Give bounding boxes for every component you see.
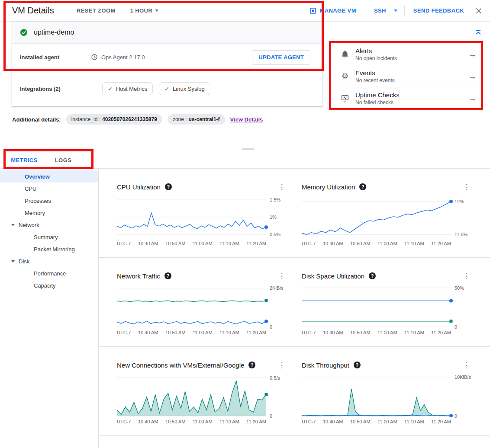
x-axis-label: 11:10 AM	[404, 241, 424, 246]
help-icon[interactable]: ?	[369, 272, 376, 279]
tab-logs[interactable]: LOGS	[44, 152, 83, 168]
x-axis-label: 10:40 AM	[138, 330, 158, 335]
sidebar-item-label: Processes	[25, 198, 51, 204]
view-details-link[interactable]: View Details	[230, 116, 263, 123]
uptime-checks-subtitle: No failed checks	[355, 99, 400, 106]
chart-disk-throughput: Disk Throughput?⋮10KiB/s0UTC-710:40 AM10…	[302, 360, 471, 424]
x-axis-label: UTC-7	[302, 419, 316, 424]
help-icon[interactable]: ?	[354, 362, 361, 368]
y-axis-label: 12%	[455, 199, 464, 204]
more-options-icon[interactable]: ⋮	[278, 361, 286, 370]
sidebar-item-label: Summary	[34, 234, 58, 240]
x-axis-label: 11:10 AM	[404, 330, 424, 335]
close-button[interactable]	[474, 6, 484, 16]
integration-chip-host-metrics: ✓ Host Metrics	[102, 82, 153, 95]
vm-chip-icon	[309, 7, 317, 15]
panel-resize-handle[interactable]	[242, 148, 255, 150]
x-axis-label: 11:00 AM	[377, 241, 397, 246]
chart-cpu-utilization: CPU Utilization?⋮1.5%1%0.5%UTC-710:40 AM…	[117, 182, 286, 246]
y-axis-label: 1.5%	[270, 197, 280, 202]
alerts-title: Alerts	[355, 47, 397, 54]
chip-key: instance_id :	[71, 116, 100, 122]
tab-metrics[interactable]: METRICS	[5, 152, 44, 168]
divider	[365, 6, 365, 16]
y-axis-label: 0	[270, 324, 272, 330]
sidebar-item-summary[interactable]: Summary	[0, 231, 98, 243]
chart-plot	[117, 376, 266, 416]
more-options-icon[interactable]: ⋮	[463, 272, 471, 281]
chevron-down-icon	[394, 10, 397, 12]
sidebar-item-processes[interactable]: Processes	[0, 195, 98, 207]
help-icon[interactable]: ?	[165, 183, 172, 190]
update-agent-button[interactable]: UPDATE AGENT	[252, 50, 310, 64]
ssh-button[interactable]: SSH	[371, 5, 390, 16]
sidebar-item-label: Capacity	[34, 282, 56, 289]
chart-row: Network Traffic?⋮2KiB/s0UTC-710:40 AM10:…	[99, 258, 490, 347]
y-axis-label: 1%	[270, 214, 277, 220]
y-axis-label: 10KiB/s	[455, 374, 471, 380]
sidebar-item-network[interactable]: Network	[0, 219, 98, 231]
sidebar-item-capacity[interactable]: Capacity	[0, 279, 98, 291]
collapse-panel-button[interactable]	[473, 27, 484, 38]
sidebar-item-cpu[interactable]: CPU	[0, 182, 98, 195]
sidebar-item-label: Overview	[25, 173, 50, 180]
vm-summary-card: uptime-demo Installed agent Ops Agent 2.…	[12, 22, 322, 106]
more-options-icon[interactable]: ⋮	[463, 182, 471, 192]
help-icon[interactable]: ?	[248, 362, 255, 368]
reset-zoom-button[interactable]: RESET ZOOM	[73, 5, 119, 16]
time-range-dropdown[interactable]: 1 HOUR	[127, 5, 162, 16]
check-icon: ✓	[108, 86, 113, 92]
check-icon: ✓	[164, 86, 169, 92]
help-icon[interactable]: ?	[164, 272, 171, 279]
more-options-icon[interactable]: ⋮	[463, 361, 471, 370]
chart-plot	[117, 287, 266, 327]
more-options-icon[interactable]: ⋮	[278, 182, 286, 192]
integration-chip-label: Host Metrics	[116, 86, 147, 92]
x-axis-label: 10:50 AM	[350, 241, 370, 246]
chart-network-traffic: Network Traffic?⋮2KiB/s0UTC-710:40 AM10:…	[117, 271, 286, 335]
chart-row: CPU Utilization?⋮1.5%1%0.5%UTC-710:40 AM…	[99, 169, 490, 258]
charts-area: CPU Utilization?⋮1.5%1%0.5%UTC-710:40 AM…	[99, 169, 490, 448]
monitoring-panel: Alerts No open incidents → ⚙ Events No r…	[335, 43, 483, 109]
x-axis-label: 11:00 AM	[193, 330, 213, 335]
chart-plot	[302, 287, 451, 327]
chart-title: Network Traffic	[117, 272, 160, 280]
instance-id-chip: instance_id :4020507026241335879	[66, 114, 162, 125]
manage-vm-button[interactable]: MANAGE VM	[306, 4, 360, 17]
alerts-row[interactable]: Alerts No open incidents →	[335, 43, 483, 65]
y-axis-label: 0	[270, 413, 272, 419]
x-axis-labels: UTC-710:40 AM10:50 AM11:00 AM11:10 AM11:…	[117, 241, 266, 246]
y-axis-label: 50%	[455, 285, 464, 291]
installed-agent-row: Installed agent Ops Agent 2.17.0 UPDATE …	[12, 44, 322, 70]
time-range-label: 1 HOUR	[130, 7, 153, 14]
x-axis-label: 10:50 AM	[350, 330, 370, 335]
events-row[interactable]: ⚙ Events No recent events →	[335, 65, 483, 87]
chart-plot-area: 50%0	[302, 287, 451, 327]
uptime-checks-row[interactable]: Uptime Checks No failed checks →	[335, 87, 483, 109]
x-axis-labels: UTC-710:40 AM10:50 AM11:00 AM11:10 AM11:…	[302, 330, 451, 335]
chip-value: 4020507026241335879	[102, 116, 157, 122]
send-feedback-button[interactable]: SEND FEEDBACK	[410, 5, 467, 16]
x-axis-label: 11:20 AM	[246, 241, 266, 246]
x-axis-label: 11:00 AM	[193, 241, 213, 246]
vm-details-page: VM Details RESET ZOOM 1 HOUR MANAGE VM S…	[0, 0, 490, 448]
sidebar-item-label: Performance	[34, 270, 66, 277]
sidebar-item-memory[interactable]: Memory	[0, 207, 98, 219]
sidebar-item-performance[interactable]: Performance	[0, 267, 98, 279]
x-axis-label: 10:40 AM	[138, 419, 158, 424]
x-axis-label: 10:40 AM	[323, 241, 343, 246]
events-title: Events	[355, 69, 395, 77]
y-axis-label: 2KiB/s	[270, 285, 284, 291]
help-icon[interactable]: ?	[359, 183, 366, 190]
x-axis-label: 10:50 AM	[350, 419, 370, 424]
chart-title: CPU Utilization	[117, 183, 161, 191]
sidebar-item-packet-mirroring[interactable]: Packet Mirroring	[0, 243, 98, 255]
ssh-dropdown-button[interactable]	[392, 8, 399, 13]
chip-key: zone :	[173, 116, 187, 122]
integration-chip-label: Linux Syslog	[173, 86, 205, 92]
x-axis-label: 11:20 AM	[246, 419, 266, 424]
sidebar-item-disk[interactable]: Disk	[0, 255, 98, 267]
more-options-icon[interactable]: ⋮	[278, 272, 286, 281]
x-axis-label: 11:20 AM	[246, 330, 266, 335]
sidebar-item-overview[interactable]: Overview	[0, 170, 98, 182]
